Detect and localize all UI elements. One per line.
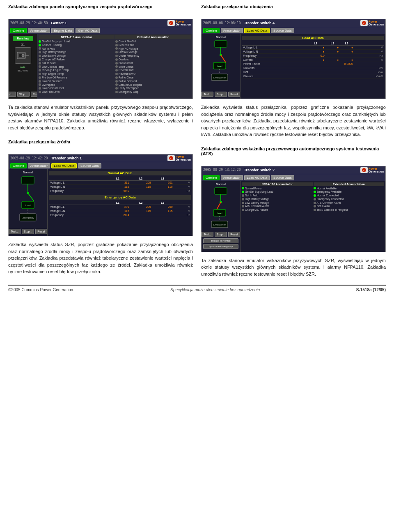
ats-bypass-emergency-button[interactable]: Bypass to Emergency — [203, 244, 238, 249]
ats-diagram: Normal Load Emergency — [202, 181, 241, 252]
ats-stop-button[interactable]: Stop... — [215, 232, 227, 237]
ts-load-tab-oneline[interactable]: Oneline — [203, 28, 220, 33]
ann-item-13: Low Coolant Level — [39, 87, 115, 90]
ats-normal-label: Normal — [216, 183, 226, 186]
left-column: Zakładka zdalnego panelu synoptycznego z… — [8, 4, 193, 281]
genset-tab-engine[interactable]: Engine Data — [51, 28, 74, 33]
ts-load-content: Normal Load Emergency — [202, 34, 385, 99]
genset-tab-genac[interactable]: Gen AC Data — [76, 28, 100, 33]
genset-g1-label: G1 — [21, 43, 25, 46]
table-row: KilowattskW — [242, 66, 384, 70]
ann-r-dot-8 — [115, 69, 118, 71]
ts-load-logo: C PowerGeneration — [360, 20, 384, 26]
ats-tab-source[interactable]: Source Data — [271, 175, 294, 180]
ts-load-tab-source[interactable]: Source Data — [271, 28, 294, 33]
ann-dot-9 — [39, 73, 41, 75]
ts-tab-source[interactable]: Source Data — [78, 163, 101, 168]
brand-logo-text: PowerGeneration — [176, 20, 191, 26]
ts-load-tab-loadac[interactable]: Load AC Data — [244, 28, 270, 33]
section1-left: Zakładka zdalnego panelu synoptycznego z… — [8, 4, 193, 11]
table-row: Voltage L-N●●●V — [242, 50, 384, 54]
ats-bypass-buttons[interactable]: Bypass to Normal Bypass to Emergency — [203, 238, 238, 249]
ts-normal-label: Normal — [23, 171, 33, 174]
genset-tabbar[interactable]: Oneline Annunciator Engine Data Gen AC D… — [9, 27, 192, 34]
genset-tab-oneline[interactable]: Oneline — [10, 28, 27, 33]
ats-test-button[interactable]: Test... — [202, 232, 213, 237]
ats-ann-right-title: Extended Annunciation — [314, 182, 385, 186]
svg-text:Load: Load — [25, 204, 30, 207]
ts-reset-button[interactable]: Reset — [35, 229, 47, 234]
ts-tab-oneline[interactable]: Oneline — [10, 163, 27, 168]
normal-ac-title: Normal AC Data — [49, 171, 191, 175]
ann-dot-4 — [39, 55, 41, 57]
ats-reset-button[interactable]: Reset — [228, 232, 240, 237]
ts-load-diagram: Normal Load Emergency — [202, 34, 241, 99]
ann-item-6: Fail to Start — [39, 62, 115, 65]
ts-load-description: Zakładka wyświetla status przełącznika, … — [201, 104, 386, 138]
ats-tabbar[interactable]: Oneline Annunciator Load AC Data Source … — [202, 174, 385, 181]
ann-r-item-1: Ground Fault — [115, 44, 191, 47]
ats-ann-r-dot-3 — [314, 198, 316, 200]
ann-item-3: High Battery Voltage — [39, 51, 115, 54]
ts-load-stop-button[interactable]: Stop... — [215, 92, 227, 97]
ann-r-dot-5 — [115, 58, 118, 61]
ats-ann-item-6: Charger AC Failure — [242, 208, 313, 212]
genset-sidebar: Running G1 Auto BLD ↑kW — [9, 34, 37, 99]
svg-rect-19 — [215, 41, 227, 47]
ann-right-title: Extended Annunciation — [115, 35, 191, 39]
page-footer: ©2005 Cummins Power Generation. Specyfik… — [8, 285, 386, 294]
ann-r-item-0: Check GenSet — [115, 40, 191, 43]
ats-ann-r-item-6: Test / Exercise in Progress — [314, 208, 385, 212]
ts-test-button[interactable]: Test... — [9, 229, 21, 234]
ats-time: 2005-08-29 13:12:20 — [203, 168, 241, 172]
ats-ann-r-item-0: Normal Available — [314, 187, 385, 190]
ts-load-reset-button[interactable]: Reset — [228, 92, 240, 97]
ann-item-2: Not In Auto — [39, 47, 115, 51]
ts-load-brand-text: PowerGeneration — [369, 20, 384, 26]
ts-tab-loadac[interactable]: Load AC Data — [51, 163, 77, 168]
ts-load-tab-annunciator[interactable]: Annunciator — [221, 28, 243, 33]
ats-tab-loadac[interactable]: Load AC Data — [244, 175, 270, 180]
section1-right: Zakładka przełącznika obciążenia — [201, 4, 386, 11]
ann-r-dot-10 — [115, 76, 118, 79]
genset-time: 2005-08-29 12:40:50 — [10, 21, 48, 25]
ats-btns[interactable]: Test... Stop... Reset — [202, 232, 240, 237]
ann-dot-2 — [39, 47, 41, 50]
svg-text:Load: Load — [217, 212, 222, 214]
ats-ann-dot-0 — [242, 187, 244, 189]
genset-kw-label: BLD ↑kW — [18, 69, 28, 72]
ts-source-tabbar[interactable]: Oneline Annunciator Load AC Data Source … — [9, 162, 192, 169]
genset-text-section: Ta zakładka stanowi emulator wskaźników … — [8, 104, 193, 131]
genset-start-button[interactable]: Start... — [8, 92, 16, 97]
ann-r-dot-13 — [115, 87, 118, 90]
ts-source-topbar: 2005-08-29 12:42:20 Transfer Switch 1 C … — [9, 154, 192, 162]
ats-topbar: 2005-08-29 13:12:20 Transfer Switch 2 C … — [202, 166, 385, 174]
ats-tab-annunciator[interactable]: Annunciator — [221, 175, 243, 180]
ats-tab-oneline[interactable]: Oneline — [203, 175, 220, 180]
ann-r-dot-3 — [115, 51, 118, 53]
ann-r-item-14: Emergency Stop — [115, 90, 191, 94]
ats-ann-left-col: NFPA-110 Annunciator Normal Power GenSet… — [242, 182, 313, 251]
table-row: Voltage L-L●●●V — [242, 46, 384, 50]
ts-source-btns[interactable]: Test... Stop... Reset — [9, 229, 47, 234]
ts-stop-button[interactable]: Stop... — [22, 229, 34, 234]
svg-text:Load: Load — [217, 65, 222, 67]
genset-content: Running G1 Auto BLD ↑kW — [9, 34, 192, 99]
ts-tab-annunciator[interactable]: Annunciator — [28, 163, 50, 168]
ann-r-dot-4 — [115, 55, 118, 57]
svg-rect-30 — [215, 188, 227, 194]
ts-load-tabbar[interactable]: Oneline Annunciator Load AC Data Source … — [202, 27, 385, 34]
genset-tab-annunciator[interactable]: Annunciator — [28, 28, 50, 33]
ts-load-btns[interactable]: Test... Stop... Reset — [202, 92, 240, 97]
ats-bypass-normal-button[interactable]: Bypass to Normal — [203, 238, 238, 243]
svg-text:Emergency: Emergency — [213, 223, 226, 226]
ann-dot-7 — [39, 65, 41, 68]
ts-source-logo: C PowerGeneration — [167, 155, 191, 161]
ts-load-test-button[interactable]: Test... — [202, 92, 213, 97]
genset-stop-button[interactable]: Stop... — [17, 92, 30, 97]
footer-page-number: S-1518a (12/05) — [356, 288, 386, 292]
section2-right-title: Zakładka zdalnego wskaźnika przyzewowego… — [201, 146, 386, 156]
ats-ann-item-3: High Battery Voltage — [242, 198, 313, 201]
table-row: Power Factor0.0000 — [242, 62, 384, 66]
footer-copyright: ©2005 Cummins Power Generation. — [8, 288, 74, 292]
